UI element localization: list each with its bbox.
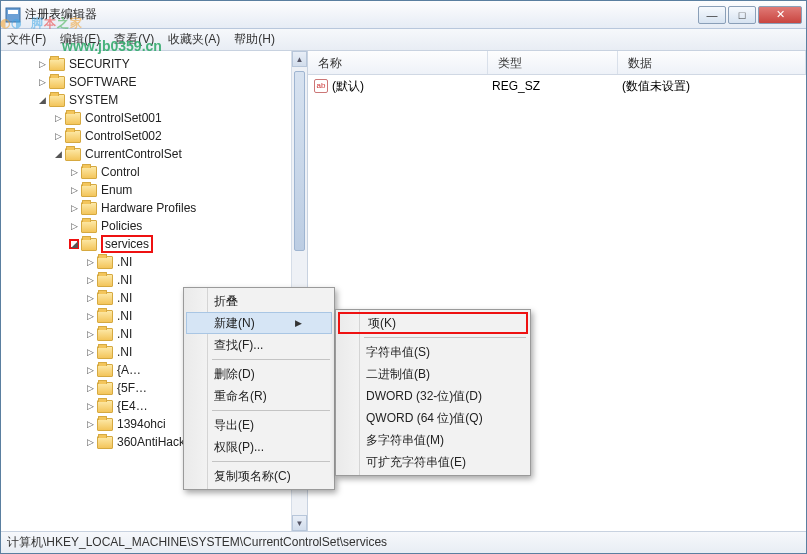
- ctx-new-multistring[interactable]: 多字符串值(M): [338, 429, 528, 451]
- tree-item[interactable]: ▷.NI: [5, 253, 307, 271]
- expand-icon[interactable]: ▷: [85, 347, 95, 357]
- folder-icon: [49, 76, 65, 89]
- scroll-down-icon[interactable]: ▼: [292, 515, 307, 531]
- ctx-new-key[interactable]: 项(K): [338, 312, 528, 334]
- expand-icon[interactable]: ▷: [85, 437, 95, 447]
- tree-item-enum[interactable]: ▷Enum: [5, 181, 307, 199]
- ctx-rename[interactable]: 重命名(R): [186, 385, 332, 407]
- ctx-export[interactable]: 导出(E): [186, 414, 332, 436]
- col-name[interactable]: 名称: [308, 51, 488, 74]
- menu-file[interactable]: 文件(F): [7, 31, 46, 48]
- folder-icon: [97, 274, 113, 287]
- collapse-icon[interactable]: ◢: [53, 149, 63, 159]
- folder-icon: [81, 220, 97, 233]
- ctx-new[interactable]: 新建(N)▶: [186, 312, 332, 334]
- folder-icon: [81, 238, 97, 251]
- folder-icon: [97, 418, 113, 431]
- maximize-button[interactable]: □: [728, 6, 756, 24]
- folder-icon: [97, 292, 113, 305]
- tree-item-security[interactable]: ▷SECURITY: [5, 55, 307, 73]
- collapse-icon[interactable]: ◢: [37, 95, 47, 105]
- folder-icon: [65, 112, 81, 125]
- expand-icon[interactable]: ▷: [69, 221, 79, 231]
- expand-icon[interactable]: ▷: [85, 401, 95, 411]
- context-submenu-new: 项(K) 字符串值(S) 二进制值(B) DWORD (32-位)值(D) QW…: [335, 309, 531, 476]
- folder-icon: [65, 130, 81, 143]
- minimize-button[interactable]: —: [698, 6, 726, 24]
- expand-icon[interactable]: ▷: [85, 311, 95, 321]
- statusbar: 计算机\HKEY_LOCAL_MACHINE\SYSTEM\CurrentCon…: [1, 531, 806, 553]
- folder-icon: [97, 256, 113, 269]
- expand-icon[interactable]: ▷: [85, 257, 95, 267]
- tree-item-system[interactable]: ◢SYSTEM: [5, 91, 307, 109]
- scroll-up-icon[interactable]: ▲: [292, 51, 307, 67]
- app-icon: [5, 7, 21, 23]
- expand-icon[interactable]: ▷: [85, 293, 95, 303]
- menubar: 文件(F) 编辑(E) 查看(V) 收藏夹(A) 帮助(H): [1, 29, 806, 51]
- menu-favorites[interactable]: 收藏夹(A): [168, 31, 220, 48]
- expand-icon[interactable]: ▷: [85, 329, 95, 339]
- expand-icon[interactable]: ▷: [37, 59, 47, 69]
- folder-icon: [81, 184, 97, 197]
- status-path: 计算机\HKEY_LOCAL_MACHINE\SYSTEM\CurrentCon…: [7, 534, 387, 551]
- col-type[interactable]: 类型: [488, 51, 618, 74]
- folder-icon: [81, 166, 97, 179]
- scroll-thumb[interactable]: [294, 71, 305, 251]
- col-data[interactable]: 数据: [618, 51, 806, 74]
- tree-item-control[interactable]: ▷Control: [5, 163, 307, 181]
- ctx-delete[interactable]: 删除(D): [186, 363, 332, 385]
- expand-icon[interactable]: ▷: [53, 131, 63, 141]
- folder-icon: [65, 148, 81, 161]
- tree-item-hardware-profiles[interactable]: ▷Hardware Profiles: [5, 199, 307, 217]
- folder-icon: [97, 328, 113, 341]
- value-data: (数值未设置): [622, 78, 802, 95]
- folder-icon: [97, 310, 113, 323]
- expand-icon[interactable]: ▷: [69, 203, 79, 213]
- menu-separator: [212, 461, 330, 462]
- folder-icon: [97, 382, 113, 395]
- menu-view[interactable]: 查看(V): [114, 31, 154, 48]
- close-button[interactable]: ✕: [758, 6, 802, 24]
- expand-icon[interactable]: ▷: [69, 167, 79, 177]
- expand-icon[interactable]: ▷: [85, 383, 95, 393]
- expand-icon[interactable]: ▷: [53, 113, 63, 123]
- tree-item-currentcontrolset[interactable]: ◢CurrentControlSet: [5, 145, 307, 163]
- ctx-new-string[interactable]: 字符串值(S): [338, 341, 528, 363]
- expand-icon[interactable]: ▷: [85, 365, 95, 375]
- submenu-arrow-icon: ▶: [295, 318, 302, 328]
- list-row-default[interactable]: ab(默认) REG_SZ (数值未设置): [312, 77, 802, 95]
- ctx-new-binary[interactable]: 二进制值(B): [338, 363, 528, 385]
- folder-icon: [97, 364, 113, 377]
- tree-item-services[interactable]: ◢services: [5, 235, 307, 253]
- tree-item-controlset002[interactable]: ▷ControlSet002: [5, 127, 307, 145]
- tree-item-controlset001[interactable]: ▷ControlSet001: [5, 109, 307, 127]
- value-type: REG_SZ: [492, 79, 622, 93]
- expand-icon[interactable]: ▷: [85, 275, 95, 285]
- ctx-collapse[interactable]: 折叠: [186, 290, 332, 312]
- ctx-permissions[interactable]: 权限(P)...: [186, 436, 332, 458]
- menu-separator: [212, 359, 330, 360]
- menu-help[interactable]: 帮助(H): [234, 31, 275, 48]
- tree-item-policies[interactable]: ▷Policies: [5, 217, 307, 235]
- menu-edit[interactable]: 编辑(E): [60, 31, 100, 48]
- folder-icon: [49, 58, 65, 71]
- expand-icon[interactable]: ▷: [69, 185, 79, 195]
- collapse-icon[interactable]: ◢: [69, 239, 79, 249]
- string-value-icon: ab: [314, 79, 328, 93]
- folder-icon: [97, 436, 113, 449]
- svg-rect-1: [8, 10, 18, 14]
- ctx-new-dword[interactable]: DWORD (32-位)值(D): [338, 385, 528, 407]
- list-header: 名称 类型 数据: [308, 51, 806, 75]
- ctx-find[interactable]: 查找(F)...: [186, 334, 332, 356]
- context-menu: 折叠 新建(N)▶ 查找(F)... 删除(D) 重命名(R) 导出(E) 权限…: [183, 287, 335, 490]
- tree-item-software[interactable]: ▷SOFTWARE: [5, 73, 307, 91]
- titlebar: 注册表编辑器 — □ ✕: [1, 1, 806, 29]
- value-name: (默认): [332, 78, 364, 95]
- expand-icon[interactable]: ▷: [85, 419, 95, 429]
- window-title: 注册表编辑器: [25, 6, 696, 23]
- ctx-copy-key-name[interactable]: 复制项名称(C): [186, 465, 332, 487]
- ctx-new-expandstring[interactable]: 可扩充字符串值(E): [338, 451, 528, 473]
- expand-icon[interactable]: ▷: [37, 77, 47, 87]
- folder-icon: [81, 202, 97, 215]
- ctx-new-qword[interactable]: QWORD (64 位)值(Q): [338, 407, 528, 429]
